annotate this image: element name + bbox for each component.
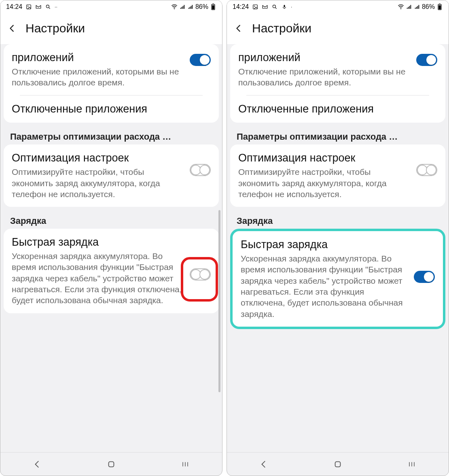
svg-point-9 (254, 6, 255, 6)
toggle-fast-charge[interactable] (414, 271, 435, 283)
app-header: Настройки (227, 13, 449, 44)
image-icon (25, 4, 32, 10)
app-header: Настройки (0, 13, 222, 44)
setting-title: Быстрая зарядка (12, 236, 186, 249)
svg-rect-6 (212, 5, 214, 9)
toggle-optimize[interactable] (416, 164, 437, 176)
nav-back-icon[interactable] (258, 459, 269, 470)
battery-percent: 86% (422, 3, 435, 11)
back-icon[interactable] (8, 24, 17, 33)
setting-desc: Ускоренная зарядка аккумулятора. Во врем… (241, 253, 410, 319)
mic-icon (281, 4, 288, 10)
setting-title: Оптимизация настроек (238, 152, 412, 165)
setting-desc: Оптимизируйте настройки, чтобы экономить… (238, 166, 412, 200)
svg-rect-7 (109, 461, 114, 467)
svg-point-12 (400, 8, 401, 9)
gmail-icon (35, 4, 42, 10)
status-bar: 14:24 · 86% (227, 0, 449, 13)
battery-percent: 86% (195, 3, 208, 11)
search-icon (45, 4, 51, 10)
signal-icon-2 (187, 4, 194, 10)
status-time: 14:24 (233, 3, 249, 11)
battery-icon (436, 4, 443, 10)
section-charging: Зарядка (0, 211, 222, 229)
setting-title: приложений (12, 51, 186, 64)
disabled-apps-link[interactable]: Отключенные приложения (238, 103, 437, 115)
section-optimization: Параметры оптимизации расхода … (227, 127, 449, 144)
svg-rect-15 (438, 5, 441, 9)
navigation-bar (0, 452, 222, 476)
battery-icon (210, 4, 216, 10)
signal-icon (406, 4, 412, 10)
more-dots-icon: · (291, 4, 292, 10)
svg-point-2 (46, 5, 49, 8)
image-icon (252, 4, 258, 10)
setting-fast-charge[interactable]: Быстрая зарядка Ускоренная зарядка аккум… (4, 229, 219, 313)
page-title: Настройки (25, 21, 85, 35)
wifi-icon (398, 4, 404, 10)
nav-back-icon[interactable] (32, 459, 43, 470)
setting-title: Быстрая зарядка (241, 238, 410, 251)
setting-optimize[interactable]: Оптимизация настроек Оптимизируйте настр… (230, 144, 445, 207)
nav-home-icon[interactable] (332, 459, 343, 470)
setting-desc: Отключение приложений, которыми вы не по… (238, 66, 412, 88)
phone-screen-right: 14:24 · 86% Настройки приложений Отключе (227, 0, 449, 476)
setting-apps-off[interactable]: приложений Отключение приложений, которы… (4, 44, 219, 123)
wifi-icon (171, 4, 178, 10)
svg-rect-5 (212, 4, 214, 4)
toggle-optimize[interactable] (190, 164, 211, 176)
gmail-icon (262, 4, 268, 10)
toggle-fast-charge[interactable] (190, 268, 211, 280)
search-icon (271, 4, 278, 10)
setting-optimize[interactable]: Оптимизация настроек Оптимизируйте настр… (4, 144, 219, 207)
svg-rect-16 (335, 461, 341, 467)
more-dots-icon: ·· (55, 4, 57, 10)
svg-point-3 (174, 8, 175, 9)
toggle-apps[interactable] (416, 54, 437, 66)
signal-icon (179, 4, 186, 10)
settings-list[interactable]: приложений Отключение приложений, которы… (0, 44, 222, 452)
section-optimization: Параметры оптимизации расхода … (0, 127, 222, 144)
section-charging: Зарядка (227, 211, 449, 229)
setting-fast-charge[interactable]: Быстрая зарядка Ускоренная зарядка аккум… (230, 229, 445, 329)
signal-icon-2 (414, 4, 420, 10)
svg-rect-0 (27, 5, 31, 9)
toggle-apps[interactable] (190, 54, 211, 66)
navigation-bar (227, 452, 449, 476)
scrollbar[interactable] (218, 210, 220, 392)
setting-desc: Отключение приложений, которыми вы не по… (12, 66, 186, 88)
setting-desc: Ускоренная зарядка аккумулятора. Во врем… (12, 251, 186, 306)
back-icon[interactable] (234, 24, 243, 33)
setting-desc: Оптимизируйте настройки, чтобы экономить… (12, 166, 186, 200)
nav-recents-icon[interactable] (180, 459, 191, 470)
svg-point-10 (273, 5, 275, 8)
svg-rect-8 (253, 5, 258, 9)
phone-screen-left: 14:24 ·· 86% Настройки приложений Отключ… (0, 0, 222, 476)
page-title: Настройки (252, 21, 311, 35)
setting-apps-off[interactable]: приложений Отключение приложений, которы… (230, 44, 445, 123)
svg-point-1 (28, 6, 28, 6)
setting-title: приложений (238, 51, 412, 64)
svg-rect-11 (284, 5, 285, 7)
status-time: 14:24 (6, 3, 22, 11)
nav-recents-icon[interactable] (406, 459, 417, 470)
settings-list[interactable]: приложений Отключение приложений, которы… (227, 44, 449, 452)
svg-rect-14 (439, 4, 440, 4)
setting-title: Оптимизация настроек (12, 152, 186, 165)
status-bar: 14:24 ·· 86% (0, 0, 222, 13)
nav-home-icon[interactable] (106, 459, 117, 470)
disabled-apps-link[interactable]: Отключенные приложения (12, 103, 211, 115)
